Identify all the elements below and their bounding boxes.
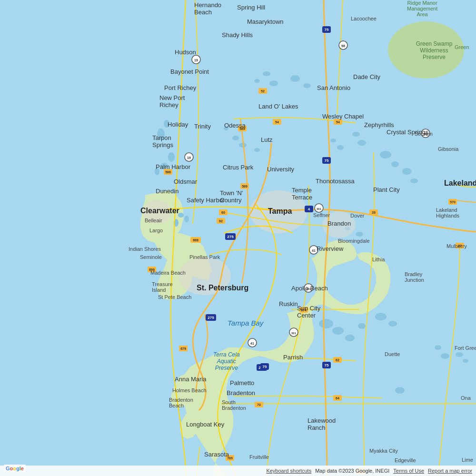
- svg-point-24: [356, 232, 363, 237]
- svg-point-30: [375, 313, 387, 320]
- svg-text:301: 301: [306, 288, 311, 290]
- svg-text:275: 275: [208, 316, 214, 320]
- svg-text:589: 589: [239, 127, 245, 130]
- svg-point-29: [345, 335, 355, 341]
- map-svg: 75 75 275 275 4 275 19 19 41 41 589 589: [0, 0, 476, 476]
- svg-point-47: [178, 257, 231, 295]
- svg-point-27: [332, 327, 344, 335]
- bottom-attribution-bar: Keyboard shortcuts Map data ©2023 Google…: [0, 466, 476, 476]
- svg-text:41: 41: [312, 249, 316, 252]
- svg-point-22: [410, 178, 418, 183]
- svg-point-7: [254, 79, 260, 83]
- svg-point-32: [395, 387, 405, 394]
- svg-point-14: [303, 83, 311, 88]
- svg-point-36: [441, 353, 449, 359]
- svg-point-19: [380, 151, 391, 159]
- svg-text:98: 98: [341, 44, 345, 48]
- svg-text:301: 301: [291, 332, 297, 335]
- svg-point-33: [456, 352, 463, 357]
- svg-text:75: 75: [325, 363, 329, 367]
- svg-point-15: [330, 139, 336, 142]
- svg-text:37: 37: [458, 244, 462, 248]
- svg-point-38: [164, 120, 169, 128]
- map-container[interactable]: 75 75 275 275 4 275 19 19 41 41 589 589: [0, 0, 476, 476]
- svg-text:70: 70: [257, 403, 261, 407]
- svg-text:570: 570: [450, 200, 456, 204]
- svg-text:699: 699: [149, 268, 155, 271]
- svg-text:54: 54: [336, 120, 340, 124]
- svg-text:41: 41: [250, 342, 254, 345]
- svg-point-37: [157, 129, 165, 140]
- google-logo: Google: [4, 465, 26, 472]
- svg-text:62: 62: [336, 358, 339, 362]
- svg-text:679: 679: [180, 347, 186, 350]
- svg-text:60: 60: [221, 211, 225, 214]
- svg-point-11: [224, 127, 228, 130]
- svg-point-6: [263, 71, 270, 76]
- svg-text:275: 275: [227, 235, 234, 239]
- svg-text:301: 301: [317, 208, 322, 210]
- svg-point-44: [184, 216, 189, 222]
- svg-point-17: [352, 132, 360, 137]
- svg-text:789: 789: [227, 456, 233, 460]
- svg-text:75: 75: [325, 28, 329, 32]
- svg-text:75: 75: [263, 365, 267, 369]
- svg-text:64: 64: [336, 397, 339, 400]
- svg-text:19: 19: [194, 59, 198, 62]
- svg-point-12: [254, 148, 260, 152]
- svg-text:4: 4: [308, 207, 310, 211]
- svg-text:75: 75: [325, 159, 329, 163]
- svg-point-21: [402, 168, 412, 175]
- svg-text:54: 54: [275, 120, 279, 124]
- svg-text:688: 688: [193, 238, 198, 242]
- svg-point-43: [178, 213, 184, 218]
- svg-text:92: 92: [219, 219, 223, 223]
- svg-point-8: [269, 80, 278, 86]
- svg-text:19: 19: [187, 156, 191, 159]
- report-error-link[interactable]: Report a map error: [428, 468, 472, 474]
- svg-point-16: [337, 145, 344, 150]
- svg-point-35: [435, 345, 441, 350]
- svg-text:98: 98: [424, 132, 427, 136]
- svg-point-31: [388, 321, 397, 327]
- svg-point-39: [168, 152, 175, 162]
- svg-point-9: [232, 136, 239, 140]
- svg-point-40: [160, 163, 168, 169]
- svg-point-48: [143, 200, 171, 224]
- map-data-credit: Map data ©2023 Google, INEGI: [315, 468, 389, 474]
- svg-text:39: 39: [372, 211, 376, 214]
- svg-point-20: [391, 161, 399, 167]
- keyboard-shortcuts[interactable]: Keyboard shortcuts: [266, 468, 311, 474]
- svg-point-26: [319, 319, 333, 328]
- svg-point-13: [290, 75, 300, 82]
- svg-point-41: [155, 168, 159, 175]
- svg-text:589: 589: [242, 185, 248, 188]
- svg-text:586: 586: [165, 170, 171, 174]
- svg-text:52: 52: [261, 89, 265, 93]
- svg-point-28: [358, 323, 366, 329]
- svg-text:674: 674: [301, 308, 307, 312]
- svg-point-34: [463, 359, 468, 363]
- terms-of-use-link[interactable]: Terms of Use: [393, 468, 424, 474]
- svg-point-45: [388, 21, 464, 79]
- svg-point-18: [357, 140, 366, 146]
